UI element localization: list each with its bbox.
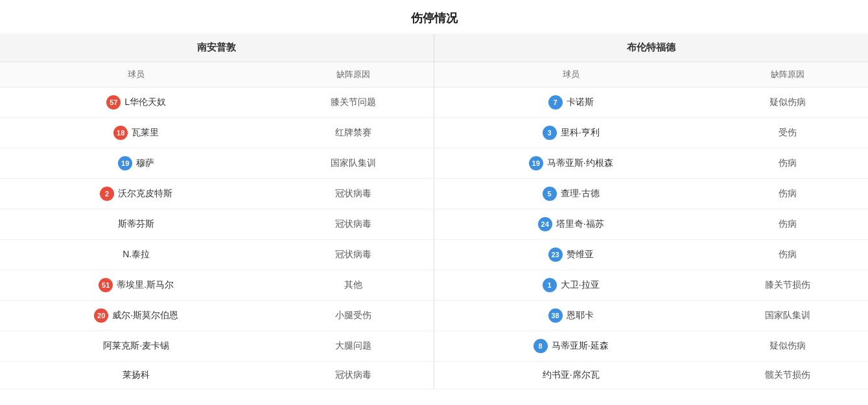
right-player-cell: 24塔里奇·福苏 xyxy=(434,209,707,240)
page-title: 伤停情况 xyxy=(0,0,868,34)
left-player-cell: 2沃尔克皮特斯 xyxy=(0,179,272,209)
left-reason-cell: 冠状病毒 xyxy=(272,179,434,209)
right-reason-cell: 髋关节损伤 xyxy=(707,362,868,389)
left-reason-cell: 膝关节问题 xyxy=(272,87,434,118)
table-row: 18瓦莱里红牌禁赛3里科·亨利受伤 xyxy=(0,118,868,148)
right-reason-cell: 伤病 xyxy=(707,209,868,240)
player-badge: 51 xyxy=(99,278,113,292)
player-badge: 1 xyxy=(543,278,557,292)
player-name: 莱扬科 xyxy=(123,369,150,381)
left-player-cell: 20威尔·斯莫尔伯恩 xyxy=(0,301,272,331)
player-name: 里科·亨利 xyxy=(561,127,600,139)
team-header-row: 南安普敦 布伦特福德 xyxy=(0,34,868,62)
left-player-cell: 57L华伦天奴 xyxy=(0,87,272,118)
left-team-header: 南安普敦 xyxy=(0,34,434,62)
player-badge: 2 xyxy=(100,187,114,201)
player-name: 穆萨 xyxy=(136,157,154,169)
left-player-cell: 莱扬科 xyxy=(0,362,272,389)
left-reason-cell: 国家队集训 xyxy=(272,148,434,179)
player-name: 沃尔克皮特斯 xyxy=(118,188,172,200)
left-player-cell: N.泰拉 xyxy=(0,240,272,270)
table-row: 2沃尔克皮特斯冠状病毒5查理·古德伤病 xyxy=(0,179,868,209)
left-reason-cell: 冠状病毒 xyxy=(272,362,434,389)
player-name: 斯蒂芬斯 xyxy=(118,218,154,230)
right-player-cell: 19马蒂亚斯·约根森 xyxy=(434,148,707,179)
left-reason-cell: 红牌禁赛 xyxy=(272,118,434,148)
table-row: 51蒂埃里.斯马尔其他1大卫·拉亚膝关节损伤 xyxy=(0,270,868,301)
player-name: 蒂埃里.斯马尔 xyxy=(117,279,174,291)
player-badge: 19 xyxy=(529,156,543,170)
player-name: 塔里奇·福苏 xyxy=(556,218,604,230)
player-name: 恩耶卡 xyxy=(567,310,594,321)
right-col-player: 球员 xyxy=(434,62,707,87)
table-row: 斯蒂芬斯冠状病毒24塔里奇·福苏伤病 xyxy=(0,209,868,240)
left-reason-cell: 大腿问题 xyxy=(272,331,434,362)
player-name: N.泰拉 xyxy=(123,249,150,260)
player-name: 约书亚·席尔瓦 xyxy=(543,369,600,381)
right-player-cell: 23赞维亚 xyxy=(434,240,707,270)
left-reason-cell: 冠状病毒 xyxy=(272,240,434,270)
player-badge: 19 xyxy=(118,156,132,170)
player-badge: 5 xyxy=(543,187,557,201)
col-header-row: 球员 缺阵原因 球员 缺阵原因 xyxy=(0,62,868,87)
table-row: 阿莱克斯·麦卡锡大腿问题8马蒂亚斯·延森疑似伤病 xyxy=(0,331,868,362)
right-player-cell: 7卡诺斯 xyxy=(434,87,707,118)
left-col-player: 球员 xyxy=(0,62,272,87)
injury-table: 南安普敦 布伦特福德 球员 缺阵原因 球员 缺阵原因 57L华伦天奴膝关节问题7… xyxy=(0,34,868,389)
table-row: 莱扬科冠状病毒约书亚·席尔瓦髋关节损伤 xyxy=(0,362,868,389)
player-name: 马蒂亚斯·延森 xyxy=(552,340,609,352)
right-reason-cell: 伤病 xyxy=(707,240,868,270)
player-badge: 7 xyxy=(548,95,563,110)
left-player-cell: 18瓦莱里 xyxy=(0,118,272,148)
player-badge: 3 xyxy=(543,126,557,140)
player-badge: 20 xyxy=(94,308,108,323)
left-col-reason: 缺阵原因 xyxy=(272,62,434,87)
player-name: 威尔·斯莫尔伯恩 xyxy=(112,310,178,321)
right-player-cell: 8马蒂亚斯·延森 xyxy=(434,331,707,362)
player-name: 阿莱克斯·麦卡锡 xyxy=(103,340,169,352)
player-badge: 8 xyxy=(534,339,548,353)
player-badge: 38 xyxy=(548,308,563,323)
player-name: L华伦天奴 xyxy=(124,97,166,108)
right-player-cell: 38恩耶卡 xyxy=(434,301,707,331)
right-player-cell: 约书亚·席尔瓦 xyxy=(434,362,707,389)
right-reason-cell: 膝关节损伤 xyxy=(707,270,868,301)
left-player-cell: 斯蒂芬斯 xyxy=(0,209,272,240)
right-team-header: 布伦特福德 xyxy=(434,34,868,62)
right-player-cell: 3里科·亨利 xyxy=(434,118,707,148)
player-name: 马蒂亚斯·约根森 xyxy=(547,157,613,169)
table-row: 19穆萨国家队集训19马蒂亚斯·约根森伤病 xyxy=(0,148,868,179)
left-reason-cell: 冠状病毒 xyxy=(272,209,434,240)
left-reason-cell: 小腿受伤 xyxy=(272,301,434,331)
left-player-cell: 阿莱克斯·麦卡锡 xyxy=(0,331,272,362)
right-reason-cell: 伤病 xyxy=(707,148,868,179)
left-reason-cell: 其他 xyxy=(272,270,434,301)
table-row: 57L华伦天奴膝关节问题7卡诺斯疑似伤病 xyxy=(0,87,868,118)
player-name: 卡诺斯 xyxy=(567,97,594,108)
player-name: 查理·古德 xyxy=(561,188,600,200)
right-reason-cell: 受伤 xyxy=(707,118,868,148)
right-reason-cell: 伤病 xyxy=(707,179,868,209)
right-reason-cell: 疑似伤病 xyxy=(707,331,868,362)
table-row: 20威尔·斯莫尔伯恩小腿受伤38恩耶卡国家队集训 xyxy=(0,301,868,331)
right-reason-cell: 国家队集训 xyxy=(707,301,868,331)
right-player-cell: 5查理·古德 xyxy=(434,179,707,209)
player-name: 大卫·拉亚 xyxy=(561,279,600,291)
right-player-cell: 1大卫·拉亚 xyxy=(434,270,707,301)
player-badge: 24 xyxy=(538,217,552,231)
table-row: N.泰拉冠状病毒23赞维亚伤病 xyxy=(0,240,868,270)
left-player-cell: 19穆萨 xyxy=(0,148,272,179)
right-col-reason: 缺阵原因 xyxy=(707,62,868,87)
player-badge: 18 xyxy=(113,126,128,140)
player-name: 赞维亚 xyxy=(567,249,594,260)
right-reason-cell: 疑似伤病 xyxy=(707,87,868,118)
left-player-cell: 51蒂埃里.斯马尔 xyxy=(0,270,272,301)
player-name: 瓦莱里 xyxy=(132,127,159,139)
player-badge: 57 xyxy=(106,95,121,110)
player-badge: 23 xyxy=(548,248,563,262)
